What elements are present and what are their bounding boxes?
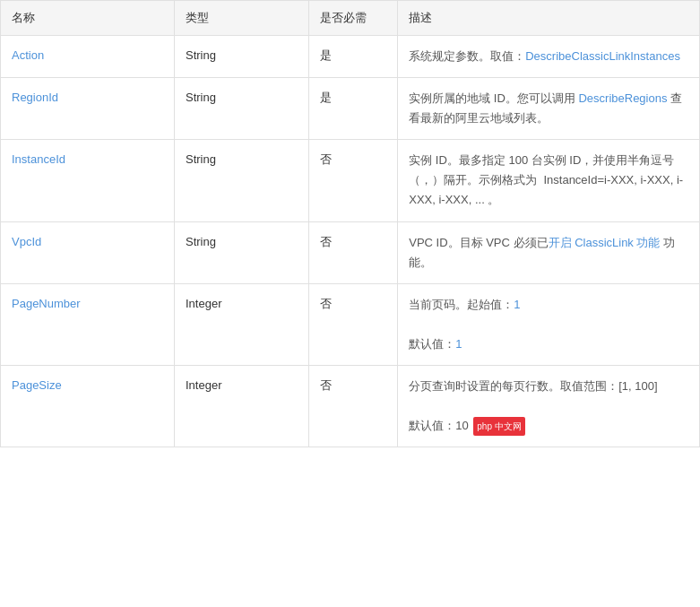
desc-link[interactable]: DescribeClassicLinkInstances (525, 49, 680, 63)
param-type: Integer (175, 366, 309, 447)
param-required: 否 (308, 221, 398, 283)
param-name: Action (1, 36, 175, 78)
param-name-link[interactable]: RegionId (12, 91, 58, 104)
param-name: PageNumber (1, 283, 175, 365)
param-type: String (175, 221, 309, 283)
param-name: InstanceId (1, 140, 175, 221)
param-desc: VPC ID。目标 VPC 必须已开启 ClassicLink 功能 功能。 (398, 221, 699, 283)
param-name-link[interactable]: InstanceId (12, 152, 65, 166)
header-name: 名称 (1, 1, 175, 36)
table-row: PageSize Integer 否 分页查询时设置的每页行数。取值范围：[1,… (1, 366, 699, 447)
desc-link[interactable]: DescribeRegions (578, 91, 667, 105)
brand-badge: php 中文网 (473, 417, 524, 436)
header-required: 是否必需 (308, 1, 398, 36)
param-required: 是 (308, 36, 398, 78)
param-type: String (175, 36, 309, 78)
param-type: Integer (175, 283, 309, 365)
param-desc: 实例所属的地域 ID。您可以调用 DescribeRegions 查看最新的阿里… (398, 78, 699, 140)
table-row: PageNumber Integer 否 当前页码。起始值：1 默认值：1 (1, 283, 699, 365)
param-desc: 分页查询时设置的每页行数。取值范围：[1, 100] 默认值：10 php 中文… (398, 366, 699, 447)
param-name: VpcId (1, 221, 175, 283)
param-type: String (175, 140, 309, 221)
param-name-link[interactable]: VpcId (12, 235, 41, 248)
header-type: 类型 (175, 1, 309, 36)
param-name-link[interactable]: PageSize (12, 378, 62, 392)
desc-link[interactable]: 开启 ClassicLink 功能 (549, 236, 661, 249)
param-required: 是 (308, 78, 398, 140)
param-name: RegionId (1, 78, 175, 140)
param-name-link[interactable]: PageNumber (12, 297, 81, 310)
desc-value: 1 (514, 298, 520, 311)
param-required: 否 (308, 140, 398, 221)
api-params-table: 名称 类型 是否必需 描述 Action String 是 系统规定参数。取值：… (0, 0, 700, 447)
table-row: RegionId String 是 实例所属的地域 ID。您可以调用 Descr… (1, 78, 699, 140)
param-required: 否 (308, 283, 398, 365)
badge-text: php 中文网 (477, 421, 521, 431)
header-desc: 描述 (398, 1, 699, 36)
param-required: 否 (308, 366, 398, 447)
table-row: InstanceId String 否 实例 ID。最多指定 100 台实例 I… (1, 140, 699, 221)
table-row: Action String 是 系统规定参数。取值：DescribeClassi… (1, 36, 699, 78)
desc-value: 1 (455, 337, 462, 351)
param-desc: 系统规定参数。取值：DescribeClassicLinkInstances (398, 36, 699, 78)
param-type: String (175, 78, 309, 140)
param-desc: 实例 ID。最多指定 100 台实例 ID，并使用半角逗号（，）隔开。示例格式为… (398, 140, 699, 221)
table-header-row: 名称 类型 是否必需 描述 (1, 1, 699, 36)
table-row: VpcId String 否 VPC ID。目标 VPC 必须已开启 Class… (1, 221, 699, 283)
param-name: PageSize (1, 366, 175, 447)
param-name-link[interactable]: Action (12, 48, 44, 62)
param-desc: 当前页码。起始值：1 默认值：1 (398, 283, 699, 365)
